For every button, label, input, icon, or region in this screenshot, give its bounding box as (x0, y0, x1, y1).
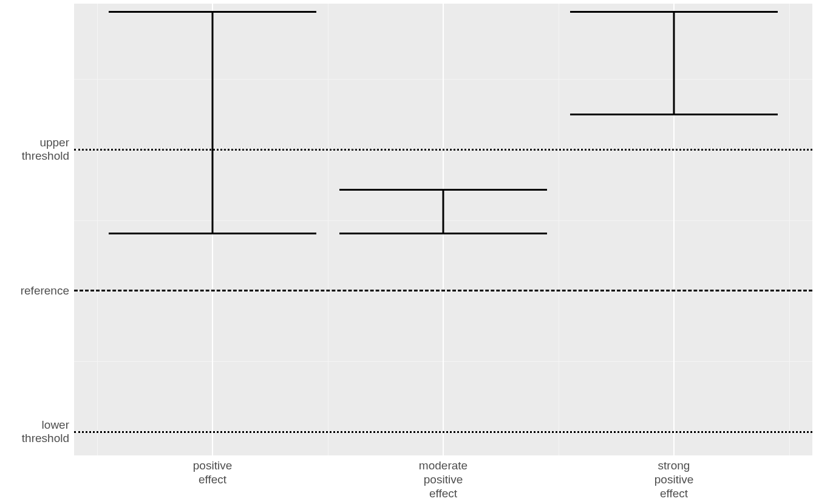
x-tick-label: moderate positive effect (419, 459, 467, 500)
error-bar-stem (443, 189, 444, 234)
error-bar (339, 189, 547, 234)
plot-panel (74, 4, 812, 455)
minor-gridline-v (328, 4, 328, 455)
x-tick-label: positive effect (193, 459, 232, 487)
error-bar (570, 11, 778, 115)
error-bar-cap-top (570, 11, 778, 13)
error-bar-stem (212, 11, 214, 234)
error-bar-cap-bottom (570, 114, 778, 115)
y-tick-label: reference (21, 284, 69, 298)
minor-gridline-v (97, 4, 98, 455)
error-bar-stem (673, 11, 675, 115)
error-bar-cap-bottom (109, 233, 316, 234)
minor-gridline-v (789, 4, 790, 455)
y-tick-label: lower threshold (22, 418, 69, 445)
reference-line (74, 290, 812, 291)
error-bar-cap-bottom (339, 233, 547, 234)
x-tick-label: strong positive effect (654, 459, 693, 500)
y-tick-label: upper threshold (22, 136, 69, 163)
reference-line (74, 431, 812, 433)
y-axis: upper thresholdreferencelower threshold (0, 4, 69, 455)
effect-size-chart: upper thresholdreferencelower threshold … (0, 0, 816, 504)
x-axis: positive effectmoderate positive effects… (74, 459, 812, 504)
minor-gridline-v (559, 4, 559, 455)
error-bar (109, 11, 316, 234)
error-bar-cap-top (109, 11, 316, 13)
error-bar-cap-top (339, 189, 547, 191)
